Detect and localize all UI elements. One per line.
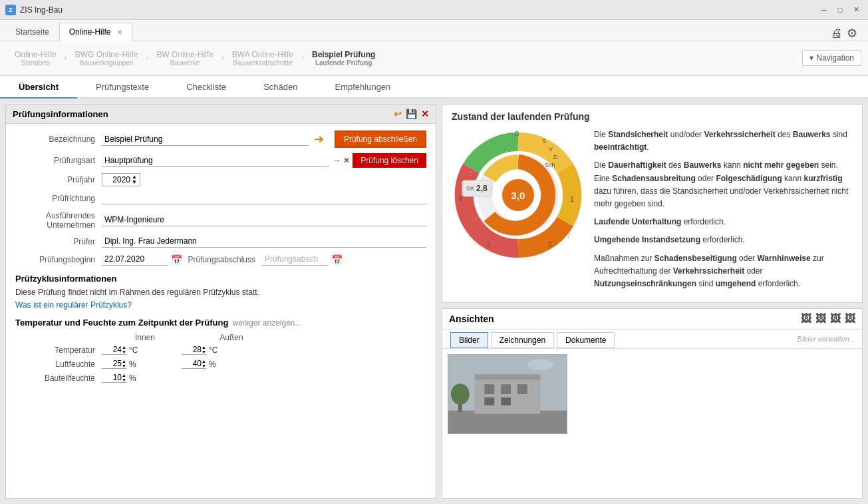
ansichten-icons: 🖼 🖼 🖼 🖼	[801, 313, 855, 325]
ansicht-tab-zeichnungen[interactable]: Zeichnungen	[491, 332, 554, 348]
ansichten-title: Ansichten	[449, 314, 494, 324]
close-panel-icon[interactable]: ✕	[421, 109, 429, 119]
abschliessen-button[interactable]: Prüfung abschließen	[335, 130, 426, 148]
tab-close-icon[interactable]: ✕	[117, 29, 122, 36]
luftfeuchte-aussen-input[interactable]	[182, 359, 202, 368]
maximize-button[interactable]: □	[833, 3, 847, 17]
ansichten-panel: Ansichten 🖼 🖼 🖼 🖼 Bilder Zeichnungen Dok…	[442, 308, 863, 499]
ausfuehrendes-input[interactable]	[102, 214, 426, 226]
pruefungsart-clear-icon[interactable]: ✕	[343, 156, 350, 165]
image-thumbnail[interactable]	[448, 354, 567, 434]
tab-checkliste[interactable]: Checkliste	[168, 76, 245, 99]
image-icon-2[interactable]: 🖼	[815, 313, 826, 325]
luftfeuchte-innen-spinner[interactable]: ▲ ▼	[102, 359, 126, 369]
zustand-text-1: Die Standsicherheit und/oder Verkehrssic…	[594, 128, 853, 154]
ansicht-tab-dokumente[interactable]: Dokumente	[557, 332, 615, 348]
luftfeuchte-innen-input[interactable]	[102, 359, 122, 368]
tab-online-hilfe[interactable]: Online-Hilfe ✕	[59, 23, 132, 41]
ansicht-tab-bilder[interactable]: Bilder	[450, 332, 488, 348]
print-icon[interactable]: 🖨	[831, 27, 843, 41]
zustand-text-content: Die Standsicherheit und/oder Verkehrssic…	[594, 128, 853, 296]
pruefungsart-arrow-icon[interactable]: →	[333, 156, 341, 165]
temperatur-collapse-link[interactable]: weniger anzeigen...	[232, 318, 301, 328]
lf-innen-down[interactable]: ▼	[122, 364, 126, 368]
image-icon-3[interactable]: 🖼	[830, 313, 841, 325]
pruef-jahr-input[interactable]	[105, 175, 130, 184]
tabbar: Startseite Online-Hilfe ✕ 🖨 ⚙	[0, 20, 868, 41]
svg-text:2,8: 2,8	[476, 184, 488, 193]
prufzyklus-header: Prüfzyklusinformationen	[15, 274, 426, 284]
tab-schaeden[interactable]: Schäden	[245, 76, 316, 99]
temp-innen-down[interactable]: ▼	[122, 350, 126, 354]
tab-empfehlungen[interactable]: Empfehlungen	[316, 76, 409, 99]
image-icon-4[interactable]: 🖼	[845, 313, 855, 325]
gauge-svg: 3,0 SK 2,8 0 1 2 3 4 S V	[452, 128, 585, 262]
image-icon-1[interactable]: 🖼	[801, 313, 811, 325]
pruefungsbeginn-calendar-icon[interactable]: 📅	[171, 254, 182, 265]
ansichten-header: Ansichten 🖼 🖼 🖼 🖼	[442, 309, 862, 330]
pruefer-input[interactable]	[102, 235, 426, 248]
lf-aussen-down[interactable]: ▼	[202, 364, 206, 368]
zustand-text-5: Maßnahmen zur Schadensbeseitigung oder W…	[594, 252, 853, 291]
arrow-right-icon: ➔	[314, 132, 324, 146]
breadcrumb-item-beispiel[interactable]: Beispiel Prüfung Laufende Prüfung	[304, 50, 383, 67]
bf-innen-up[interactable]: ▲	[122, 373, 126, 378]
svg-text:0: 0	[515, 130, 519, 138]
temp-aussen-down[interactable]: ▼	[202, 350, 206, 354]
tab-pruefungstexte[interactable]: Prüfungstexte	[77, 76, 168, 99]
temp-aussen-up[interactable]: ▲	[202, 345, 206, 350]
lf-innen-up[interactable]: ▲	[122, 359, 126, 364]
pruefer-label: Prüfer	[15, 237, 102, 246]
temperatur-data-row: Temperatur ▲ ▼ °C	[15, 345, 426, 355]
temperatur-innen-input[interactable]	[102, 345, 122, 354]
bauteilfeuchte-innen-spinner[interactable]: ▲ ▼	[102, 373, 126, 383]
luftfeuchte-aussen-spinner[interactable]: ▲ ▼	[182, 359, 206, 369]
ansicht-manage[interactable]: Bilder verwalten...	[797, 335, 855, 343]
svg-text:–: –	[469, 167, 474, 175]
bauteilfeuchte-data-row: Bauteilfeuchte ▲ ▼ %	[15, 373, 426, 383]
col-aussen: Außen	[188, 333, 275, 342]
minimize-button[interactable]: ─	[817, 3, 831, 17]
breadcrumb-item-bwa[interactable]: BWA Online-Hilfe Bauwerksabschnitte	[224, 50, 301, 67]
close-button[interactable]: ✕	[849, 3, 863, 17]
bf-innen-down[interactable]: ▼	[122, 378, 126, 382]
temperatur-table: Innen Außen Temperatur ▲ ▼	[15, 333, 426, 383]
svg-text:Sch: Sch	[545, 162, 555, 168]
lf-aussen-up[interactable]: ▲	[202, 359, 206, 364]
breadcrumb-item-online-hilfe[interactable]: Online-Hilfe Standorte	[7, 50, 65, 67]
breadcrumb-item-bw[interactable]: BW Online-Hilfe Bauwerke	[148, 50, 221, 67]
pruefungsabschluss-calendar-icon[interactable]: 📅	[331, 254, 343, 265]
temperatur-aussen-spinner[interactable]: ▲ ▼	[182, 345, 206, 355]
zustand-text-3: Laufende Unterhaltung erforderlich.	[594, 216, 853, 228]
svg-text:4: 4	[458, 195, 462, 203]
undo-icon[interactable]: ↩	[394, 109, 402, 119]
svg-rect-27	[501, 397, 511, 405]
navigation-button[interactable]: ▾ Navigation	[802, 50, 861, 66]
bezeichnung-input[interactable]	[102, 133, 309, 146]
svg-rect-23	[484, 384, 494, 394]
tab-startseite[interactable]: Startseite	[5, 23, 59, 41]
right-panel: Zustand der laufenden Prüfung	[442, 104, 863, 499]
temperatur-aussen-input[interactable]	[182, 345, 202, 354]
pruef-jahr-spinner[interactable]: ▲ ▼	[102, 173, 140, 186]
ausfuehrendes-label: AusführendesUnternehmen	[15, 210, 102, 230]
temp-innen-up[interactable]: ▲	[122, 345, 126, 350]
save-icon[interactable]: 💾	[406, 109, 417, 119]
temperatur-header: Temperatur und Feuchte zum Zeitpunkt der…	[15, 318, 228, 328]
col-innen: Innen	[102, 333, 188, 342]
breadcrumb-item-bwg[interactable]: BWG Online-Hilfe Bauwerksgruppen	[67, 50, 146, 67]
titlebar-controls: ─ □ ✕	[817, 3, 863, 17]
prufzyklus-link[interactable]: Was ist ein regulärer Prüfzyklus?	[15, 300, 132, 310]
temperatur-innen-spinner[interactable]: ▲ ▼	[102, 345, 126, 355]
svg-text:/: /	[568, 232, 571, 240]
pruef-richtung-input[interactable]	[102, 192, 426, 204]
pruef-jahr-down[interactable]: ▼	[132, 180, 137, 185]
pruefungsbeginn-input[interactable]	[102, 253, 168, 266]
tab-uebersicht[interactable]: Übersicht	[0, 76, 77, 99]
settings-icon[interactable]: ⚙	[847, 26, 857, 41]
main-tabs: Übersicht Prüfungstexte Checkliste Schäd…	[0, 76, 868, 99]
loeschen-button[interactable]: Prüfung löschen	[353, 153, 426, 168]
pruefungsabschluss-input[interactable]	[262, 253, 329, 266]
pruefungsart-input[interactable]	[102, 154, 329, 167]
bauteilfeuchte-innen-input[interactable]	[102, 373, 122, 382]
